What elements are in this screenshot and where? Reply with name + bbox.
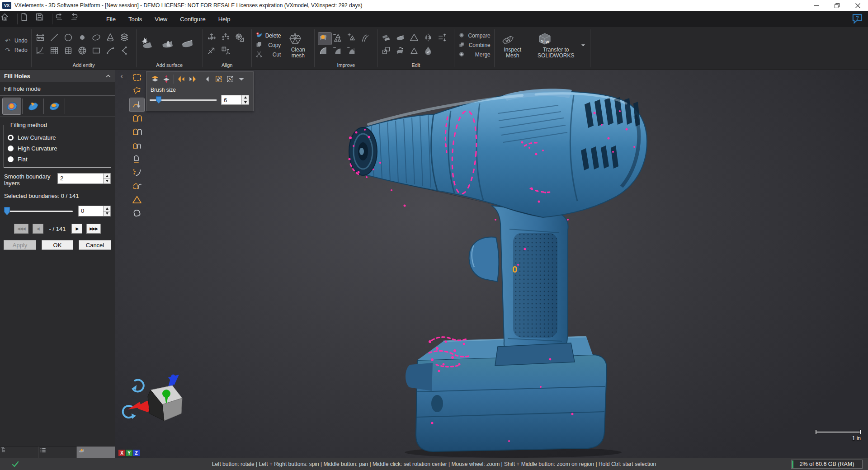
brush-slider-handle[interactable] [156, 96, 161, 103]
axis-badge-y[interactable]: Y [126, 450, 132, 456]
mirror-button[interactable] [423, 33, 436, 45]
more-dropdown-button[interactable] [236, 74, 247, 85]
surface-patch-button[interactable] [180, 36, 199, 55]
grow-selection-button[interactable] [213, 74, 224, 85]
first-boundary-button[interactable]: ◀◀◀ [14, 224, 28, 234]
polyline-button[interactable] [105, 46, 118, 58]
arch-small-pair-tool[interactable] [130, 139, 144, 152]
boundary-hole-mode-button[interactable] [45, 98, 63, 114]
droplet-check-button[interactable] [423, 46, 436, 58]
lasso-selection-tool[interactable] [130, 85, 144, 98]
arch-dashed-tool[interactable] [130, 179, 144, 193]
spin-up-button[interactable] [104, 174, 110, 179]
delete-button[interactable]: Delete [255, 32, 281, 40]
spin-up-button[interactable] [242, 95, 249, 100]
brush-size-spinbox[interactable]: 6 [221, 95, 249, 105]
radio-dot[interactable] [8, 156, 14, 162]
boundary-slider-handle[interactable] [4, 207, 10, 215]
axis-legend[interactable]: XYZ [118, 450, 140, 456]
arch-underline-tool[interactable] [130, 152, 144, 166]
flip-right-button[interactable] [187, 74, 198, 85]
next-boundary-button[interactable]: ▶ [71, 224, 82, 234]
spin-down-button[interactable] [242, 100, 249, 105]
home-button[interactable] [0, 12, 15, 26]
spin-down-button[interactable] [104, 179, 110, 184]
close-button[interactable] [847, 0, 868, 11]
planes-button[interactable] [119, 33, 132, 45]
cancel-button[interactable]: Cancel [79, 240, 111, 250]
menu-file[interactable]: File [100, 12, 122, 26]
new-session-button[interactable] [19, 12, 35, 26]
inspect-mesh-button[interactable]: Inspect Mesh [498, 32, 527, 59]
tab-surface-view[interactable] [76, 446, 115, 458]
shrink-selection-button[interactable] [225, 74, 236, 85]
radio-high-curvature[interactable]: High Curvature [8, 145, 107, 152]
collapse-chevron-icon[interactable] [106, 75, 111, 78]
align-mesh-button[interactable] [235, 33, 248, 45]
drill-scan-model[interactable]: 0 [115, 70, 868, 458]
merge-button[interactable]: Merge [458, 51, 490, 59]
point-button[interactable] [77, 33, 90, 45]
smooth-boundary-spinbox[interactable]: 2 [57, 173, 111, 184]
grid-button[interactable] [49, 46, 62, 58]
menu-tools[interactable]: Tools [122, 12, 148, 26]
menu-configure[interactable]: Configure [174, 12, 212, 26]
boundary-fill-button[interactable] [346, 46, 359, 58]
apply-button[interactable]: Apply [4, 240, 36, 250]
spline-selection-tool[interactable] [130, 166, 144, 179]
viewport-3d[interactable]: 0 ‹ Brush size 6 [115, 70, 868, 458]
spin-up-button[interactable] [104, 206, 110, 211]
rotate-surface-button[interactable] [395, 46, 408, 58]
layers-all-button[interactable] [150, 74, 160, 85]
brush-size-slider[interactable] [150, 96, 217, 103]
transfer-solidworks-button[interactable]: SW Transfer to SOLIDWORKS [535, 32, 577, 59]
align-points-button[interactable] [207, 33, 220, 45]
layers-through-button[interactable] [161, 74, 172, 85]
boundary-minus-button[interactable] [332, 46, 345, 58]
triangle-small-button[interactable] [409, 46, 422, 58]
help-button[interactable]: ? [851, 13, 863, 24]
boundary-spinbox[interactable]: 0 [78, 206, 111, 216]
partial-hole-mode-button[interactable] [24, 98, 42, 114]
line-button[interactable] [49, 33, 62, 45]
undo-button-small[interactable] [54, 12, 70, 26]
rectangle-button[interactable] [91, 46, 104, 58]
cylinder-button[interactable] [63, 46, 76, 58]
last-boundary-button[interactable]: ▶▶▶ [86, 224, 101, 234]
arch-pair-tool[interactable] [130, 112, 144, 125]
cone-button[interactable] [105, 33, 118, 45]
boundary-slider[interactable] [4, 207, 73, 215]
fill-holes-button[interactable] [318, 33, 331, 45]
triangle-button[interactable] [409, 33, 422, 45]
freeform-selection-tool[interactable] [130, 207, 144, 220]
align-axes-button[interactable] [221, 33, 234, 45]
curve-button[interactable] [35, 46, 48, 58]
ellipse-button[interactable] [91, 33, 104, 45]
transfer-dropdown-icon[interactable] [580, 42, 586, 48]
sphere-button[interactable] [77, 46, 90, 58]
radio-low-curvature[interactable]: Low Curvature [8, 134, 107, 141]
tab-list-view[interactable] [38, 446, 76, 458]
arch-outline-pair-tool[interactable] [130, 125, 144, 139]
redo-button-small[interactable] [70, 12, 85, 26]
measure-button[interactable] [35, 33, 48, 45]
vector-button[interactable] [119, 46, 132, 58]
refine-button[interactable] [346, 33, 359, 45]
cut-button[interactable]: Cut [255, 51, 281, 59]
save-session-button[interactable] [35, 12, 50, 26]
radio-dot[interactable] [8, 135, 14, 141]
surface-new-button[interactable] [140, 36, 159, 55]
level-button[interactable] [437, 33, 450, 45]
circle-button[interactable] [63, 33, 76, 45]
menu-view[interactable]: View [148, 12, 174, 26]
whole-hole-mode-button[interactable] [3, 98, 21, 114]
axis-badge-z[interactable]: Z [133, 450, 140, 456]
previous-boundary-button[interactable]: ◀ [33, 224, 43, 234]
panel-collapse-button[interactable]: ‹ [118, 72, 125, 81]
radio-dot[interactable] [8, 146, 14, 151]
clean-mesh-button[interactable]: Clean mesh [285, 32, 311, 59]
copy-region-button[interactable] [381, 46, 394, 58]
compare-button[interactable]: Compare [458, 32, 490, 40]
menu-help[interactable]: Help [212, 12, 237, 26]
spin-down-button[interactable] [104, 211, 110, 216]
